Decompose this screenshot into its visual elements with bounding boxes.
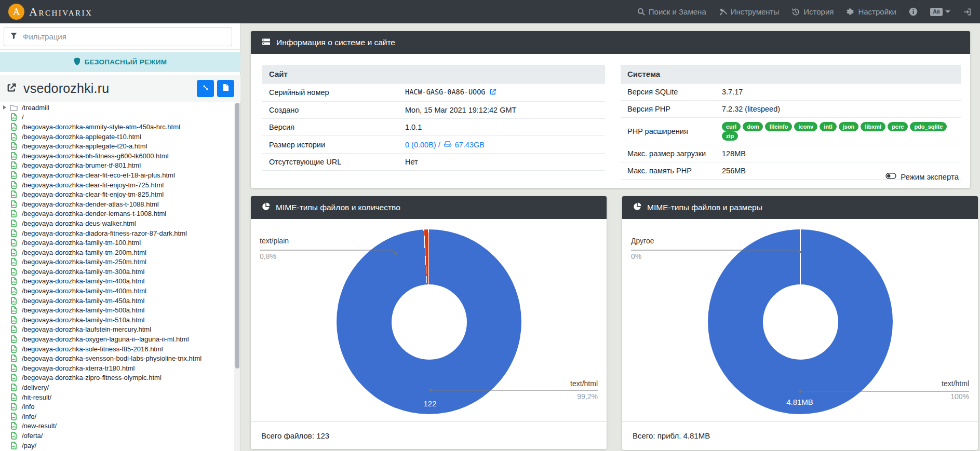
php-extension-badge: zip (722, 131, 738, 141)
mime-size-total: Всего: прибл. 4.81MB (622, 421, 978, 449)
nav-search-replace[interactable]: Поиск и Замена (637, 7, 706, 16)
server-icon (262, 37, 271, 48)
row-label: Создано (262, 102, 398, 119)
mime-size-panel: MIME-типы файлов и размеры Другое 0% tex… (622, 196, 978, 450)
tree-file-item[interactable]: /begovaya-dorozhka-applegate-t20-a.html (0, 141, 234, 151)
tree-file-item[interactable]: /begovaya-dorozhka-bh-fitness-g600-lk600… (0, 151, 234, 161)
external-link-icon[interactable] (489, 89, 497, 97)
file-path-label: /info (20, 403, 35, 411)
logout-button[interactable] (963, 8, 972, 16)
html-file-icon (10, 142, 18, 150)
tree-file-item[interactable]: /begovaya-dorozhka-dender-lemans-t-1008.… (0, 209, 234, 219)
sidebar-scrollbar-thumb[interactable] (235, 103, 239, 368)
tree-file-item[interactable]: /begovaya-dorozhka-family-tm-200m.html (0, 248, 234, 257)
html-file-icon (10, 403, 18, 411)
tree-file-item[interactable]: /begovaya-dorozhka-family-tm-500a.html (0, 305, 234, 315)
tree-file-item[interactable]: /info/ (0, 412, 234, 421)
tree-file-item[interactable]: /info (0, 402, 234, 412)
panel-title: MIME-типы файлов и количество (276, 203, 400, 212)
shield-icon (74, 58, 80, 67)
file-path-label: /begovaya-dorozhka-sole-fitness-f85-2016… (20, 345, 163, 353)
system-table: Система Версия SQLite3.7.17Версия PHP7.2… (621, 65, 961, 180)
file-path-label: /begovaya-dorozhka-family-tm-250m.html (20, 258, 146, 266)
tree-file-item[interactable]: /begovaya-dorozhka-ammity-style-atm-450a… (0, 122, 234, 132)
external-link-icon[interactable] (6, 82, 17, 95)
file-path-label: /begovaya-dorozhka-bh-fitness-g600-lk600… (20, 152, 169, 160)
tree-file-item[interactable]: /begovaya-dorozhka-dender-atlas-t-1088.h… (0, 199, 234, 209)
html-file-icon (10, 152, 18, 160)
tree-file-item[interactable]: /oferta/ (0, 431, 234, 441)
filter-input[interactable] (23, 32, 226, 41)
tree-file-item[interactable]: /begovaya-dorozhka-family-tm-450a.html (0, 296, 234, 306)
tree-file-item[interactable]: /begovaya-dorozhka-clear-fit-enjoy-tm-72… (0, 180, 234, 190)
nav-history[interactable]: История (791, 7, 834, 16)
panel-title: MIME-типы файлов и размеры (647, 203, 762, 212)
file-path-label: /delivery/ (20, 384, 49, 391)
html-file-icon (10, 258, 18, 266)
expand-urls-button[interactable] (197, 80, 214, 97)
file-path-label: /hit-result/ (20, 393, 51, 401)
domain-name[interactable]: vsedorozhki.ru (23, 81, 109, 96)
tree-file-item[interactable]: /begovaya-dorozhka-sole-fitness-f85-2016… (0, 344, 234, 354)
pie-chart-icon (262, 202, 270, 213)
html-file-icon (10, 210, 18, 217)
tree-file-item[interactable]: /begovaya-dorozhka-xterra-tr180.html (0, 363, 234, 373)
filter-row (0, 23, 240, 50)
slice-value-size: 4.81MB (786, 398, 813, 406)
row-label: Версия SQLite (621, 84, 715, 101)
nav-settings[interactable]: Настройки (846, 7, 896, 16)
arrows-expand-icon (202, 84, 209, 93)
tree-file-item[interactable]: /begovaya-dorozhka-svensson-bodi-labs-ph… (0, 353, 234, 363)
tree-file-item[interactable]: /begovaya-dorozhka-family-tm-100.html (0, 238, 234, 248)
caret-right-icon[interactable] (3, 105, 6, 110)
tree-file-item[interactable]: /new-result/ (0, 421, 234, 431)
nav-info-button[interactable] (909, 7, 918, 16)
panel-title: Информация о системе и сайте (276, 38, 395, 47)
row-value: 128MB (715, 145, 961, 162)
mime-count-header: MIME-типы файлов и количество (251, 196, 607, 219)
tree-file-item[interactable]: /begovaya-dorozhka-family-tm-400a.html (0, 277, 234, 286)
table-row: Версия PHP7.2.32 (litespeed) (621, 101, 961, 118)
file-path-label: /new-result/ (20, 422, 57, 430)
html-file-icon (10, 345, 18, 353)
tree-file-item[interactable]: /begovaya-dorozhka-laufstein-mercury.htm… (0, 325, 234, 335)
tree-file-item[interactable]: /begovaya-dorozhka-clear-fit-eco-et-18-a… (0, 170, 234, 180)
tree-file-item[interactable]: /delivery/ (0, 382, 234, 392)
tree-file-item[interactable]: /pay/ (0, 441, 234, 450)
tree-file-item[interactable]: /begovaya-dorozhka-family-tm-250m.html (0, 257, 234, 267)
tree-file-item[interactable]: /begovaya-dorozhka-brumer-tf-801.html (0, 161, 234, 171)
tree-file-item[interactable]: /begovaya-dorozhka-diadora-fitness-razor… (0, 228, 234, 238)
safe-mode-button[interactable]: БЕЗОПАСНЫЙ РЕЖИМ (0, 52, 240, 72)
tree-folder-treadmill[interactable]: /treadmill (0, 103, 234, 113)
callout-lines (251, 219, 607, 421)
php-extension-badge: libxml (861, 122, 885, 131)
tree-file-item[interactable]: /begovaya-dorozhka-deus-walker.html (0, 218, 234, 228)
tree-file-item[interactable]: /begovaya-dorozhka-applegate-t10.html (0, 132, 234, 142)
tree-file-item[interactable]: /begovaya-dorozhka-family-tm-300a.html (0, 267, 234, 277)
html-file-icon (10, 287, 18, 295)
php-extension-badge: iconv (794, 122, 817, 131)
file-path-label: /begovaya-dorozhka-family-tm-200m.html (20, 249, 146, 256)
history-size-link[interactable]: 0 (0.00B) /67.43GB (405, 140, 485, 149)
language-selector[interactable]: Aя (930, 8, 950, 16)
info-circle-icon (909, 7, 918, 16)
sidebar-scrollbar[interactable] (234, 103, 240, 451)
tree-file-item[interactable]: /begovaya-dorozhka-clear-fit-enjoy-tm-82… (0, 189, 234, 199)
html-file-icon (10, 113, 18, 121)
brand-logo[interactable]: A ARCHIVARIX (8, 4, 92, 20)
row-label: Серийный номер (262, 84, 398, 102)
tree-file-item[interactable]: /begovaya-dorozhka-family-tm-400m.html (0, 286, 234, 296)
tree-file-item[interactable]: /hit-result/ (0, 392, 234, 402)
html-file-icon (10, 374, 18, 381)
tree-file-item[interactable]: /begovaya-dorozhka-zipro-fitness-olympic… (0, 373, 234, 383)
row-value: HACW-GASG-0A86-UOOG (398, 84, 605, 102)
tree-file-item[interactable]: /begovaya-dorozhka-family-tm-510a.html (0, 315, 234, 325)
new-file-button[interactable] (217, 80, 234, 97)
nav-label: Настройки (858, 7, 896, 16)
table-row: Отсутствующие URLНет (262, 154, 605, 171)
tree-file-item[interactable]: /begovaya-dorozhka-oxygen-laguna-ii--lag… (0, 334, 234, 344)
tree-file-item[interactable]: / (0, 113, 234, 122)
sign-out-icon (963, 8, 972, 16)
nav-tools[interactable]: Инструменты (719, 7, 780, 16)
expert-mode-toggle[interactable]: Режим эксперта (885, 172, 959, 181)
